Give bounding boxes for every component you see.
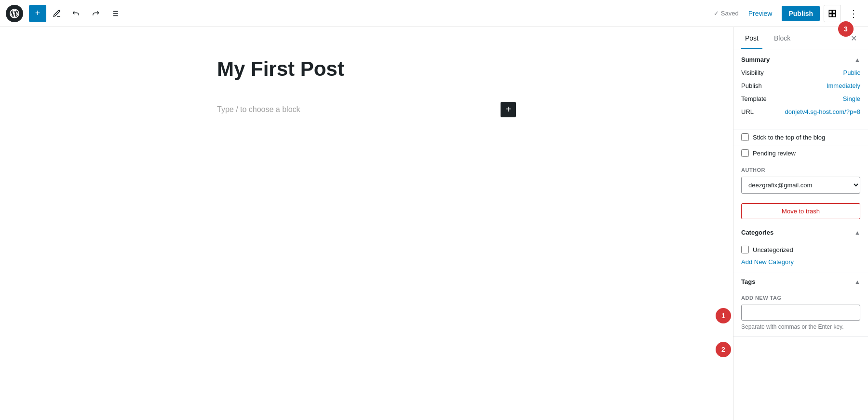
toolbar-right: ✓ Saved Preview Publish ⋮ — [714, 5, 862, 22]
author-label: AUTHOR — [741, 167, 860, 173]
author-select[interactable]: deezgrafix@gmail.com — [741, 177, 860, 194]
svg-rect-8 — [833, 10, 836, 13]
sidebar: Post Block ✕ Summary ▲ Visibility Public… — [733, 27, 868, 420]
visibility-row: Visibility Public — [741, 69, 860, 76]
template-label: Template — [741, 95, 767, 102]
add-block-inline-button[interactable]: + — [501, 102, 516, 117]
categories-chevron: ▲ — [854, 229, 860, 236]
preview-button[interactable]: Preview — [743, 7, 778, 20]
uncategorized-item: Uncategorized — [741, 246, 860, 253]
pending-review-label[interactable]: Pending review — [753, 150, 796, 157]
publish-row: Publish Immediately — [741, 82, 860, 89]
publish-value[interactable]: Immediately — [827, 82, 860, 89]
more-options-button[interactable]: ⋮ — [845, 5, 862, 22]
categories-label: Categories — [741, 229, 773, 236]
wordpress-logo[interactable] — [6, 5, 23, 22]
move-to-trash-button[interactable]: Move to trash — [741, 203, 860, 219]
add-block-toolbar-button[interactable]: + — [29, 5, 46, 22]
svg-rect-7 — [829, 10, 832, 13]
pending-review-checkbox[interactable] — [741, 149, 749, 157]
edit-mode-button[interactable] — [48, 5, 66, 22]
add-new-category-link[interactable]: Add New Category — [741, 258, 794, 266]
list-view-button[interactable] — [106, 5, 123, 22]
close-sidebar-button[interactable]: ✕ — [847, 32, 860, 45]
summary-section: Summary ▲ Visibility Public Publish Imme… — [733, 50, 868, 129]
post-title[interactable]: My First Post — [217, 56, 516, 83]
tags-label: Tags — [741, 278, 755, 285]
categories-body: Uncategorized Add New Category — [733, 242, 868, 272]
summary-chevron: ▲ — [854, 56, 860, 63]
redo-button[interactable] — [87, 5, 104, 22]
visibility-value[interactable]: Public — [843, 69, 860, 76]
author-section: AUTHOR deezgrafix@gmail.com — [733, 161, 868, 199]
stick-to-top-label[interactable]: Stick to the top of the blog — [753, 134, 825, 141]
tags-body: ADD NEW TAG Separate with commas or the … — [733, 291, 868, 336]
uncategorized-label[interactable]: Uncategorized — [753, 246, 793, 253]
undo-button[interactable] — [68, 5, 85, 22]
stick-to-top-checkbox[interactable] — [741, 133, 749, 141]
uncategorized-checkbox[interactable] — [741, 246, 749, 253]
saved-indicator: ✓ Saved — [714, 10, 739, 17]
url-row: URL donjetv4.sg-host.com/?p=8 — [741, 108, 860, 115]
summary-section-header[interactable]: Summary ▲ — [733, 50, 868, 69]
main-area: My First Post Type / to choose a block +… — [0, 27, 868, 420]
pending-review-row: Pending review — [733, 145, 868, 161]
summary-section-body: Visibility Public Publish Immediately Te… — [733, 69, 868, 129]
summary-label: Summary — [741, 56, 770, 63]
editor-content: My First Post Type / to choose a block + — [217, 56, 516, 391]
toolbar: + ✓ Saved Preview Publish — [0, 0, 868, 27]
add-new-tag-label: ADD NEW TAG — [741, 295, 860, 301]
visibility-label: Visibility — [741, 69, 764, 76]
template-row: Template Single — [741, 95, 860, 102]
svg-rect-10 — [833, 14, 836, 16]
editor-area: My First Post Type / to choose a block + — [0, 27, 733, 420]
svg-rect-9 — [829, 14, 832, 16]
stick-to-top-row: Stick to the top of the blog — [733, 129, 868, 145]
sidebar-tabs: Post Block ✕ — [733, 27, 868, 50]
settings-toggle-button[interactable] — [824, 5, 841, 22]
tab-post[interactable]: Post — [741, 28, 762, 49]
publish-button[interactable]: Publish — [782, 6, 820, 21]
template-value[interactable]: Single — [843, 95, 860, 102]
tab-block[interactable]: Block — [770, 28, 794, 49]
tag-input[interactable] — [741, 305, 860, 321]
block-placeholder[interactable]: Type / to choose a block + — [217, 98, 516, 121]
categories-section: Categories ▲ Uncategorized Add New Categ… — [733, 223, 868, 272]
publish-label: Publish — [741, 82, 762, 89]
placeholder-text: Type / to choose a block — [217, 105, 300, 114]
tag-hint: Separate with commas or the Enter key. — [741, 323, 860, 330]
tags-section: Tags ▲ ADD NEW TAG Separate with commas … — [733, 272, 868, 336]
url-value[interactable]: donjetv4.sg-host.com/?p=8 — [785, 108, 860, 115]
tags-section-header[interactable]: Tags ▲ — [733, 272, 868, 291]
categories-section-header[interactable]: Categories ▲ — [733, 223, 868, 242]
toolbar-left: + — [6, 5, 712, 22]
url-label: URL — [741, 108, 754, 115]
tags-chevron: ▲ — [854, 279, 860, 285]
